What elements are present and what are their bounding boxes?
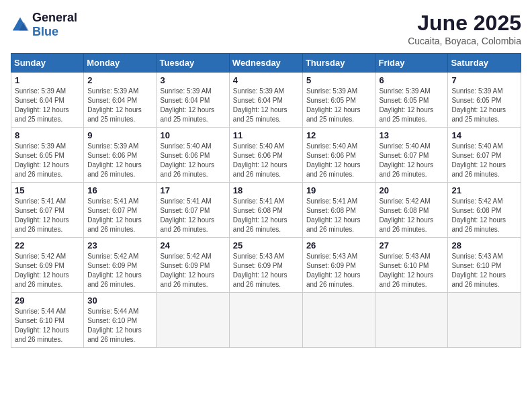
- day-cell-27: 27 Sunrise: 5:43 AMSunset: 6:10 PMDaylig…: [375, 238, 448, 293]
- day-info: Sunrise: 5:42 AMSunset: 6:09 PMDaylight:…: [87, 253, 142, 288]
- day-info: Sunrise: 5:44 AMSunset: 6:10 PMDaylight:…: [87, 308, 142, 343]
- day-cell-12: 12 Sunrise: 5:40 AMSunset: 6:06 PMDaylig…: [302, 128, 375, 183]
- day-number: 21: [451, 185, 517, 195]
- day-number: 14: [451, 130, 517, 140]
- day-number: 1: [15, 75, 80, 85]
- weekday-header-friday: Friday: [375, 54, 448, 73]
- day-info: Sunrise: 5:39 AMSunset: 6:06 PMDaylight:…: [87, 142, 142, 178]
- day-number: 26: [306, 240, 372, 250]
- day-info: Sunrise: 5:44 AMSunset: 6:10 PMDaylight:…: [15, 308, 69, 343]
- day-cell-29: 29 Sunrise: 5:44 AMSunset: 6:10 PMDaylig…: [11, 293, 84, 348]
- day-info: Sunrise: 5:43 AMSunset: 6:09 PMDaylight:…: [306, 253, 361, 288]
- day-info: Sunrise: 5:42 AMSunset: 6:08 PMDaylight:…: [451, 197, 506, 233]
- day-number: 7: [451, 75, 517, 85]
- week-row-2: 8 Sunrise: 5:39 AMSunset: 6:05 PMDayligh…: [11, 128, 521, 183]
- weekday-header-wednesday: Wednesday: [229, 54, 302, 73]
- day-number: 20: [379, 185, 444, 195]
- day-cell-3: 3 Sunrise: 5:39 AMSunset: 6:04 PMDayligh…: [157, 73, 229, 128]
- day-number: 18: [233, 185, 299, 195]
- day-info: Sunrise: 5:39 AMSunset: 6:05 PMDaylight:…: [379, 87, 433, 123]
- day-cell-22: 22 Sunrise: 5:42 AMSunset: 6:09 PMDaylig…: [11, 238, 84, 293]
- logo-blue: Blue: [32, 25, 58, 38]
- header: General Blue June 2025 Cucaita, Boyaca, …: [11, 11, 521, 46]
- day-info: Sunrise: 5:41 AMSunset: 6:08 PMDaylight:…: [306, 197, 361, 233]
- day-cell-7: 7 Sunrise: 5:39 AMSunset: 6:05 PMDayligh…: [448, 73, 521, 128]
- title-area: June 2025 Cucaita, Boyaca, Colombia: [408, 11, 521, 46]
- day-cell-18: 18 Sunrise: 5:41 AMSunset: 6:08 PMDaylig…: [229, 183, 302, 238]
- day-cell-28: 28 Sunrise: 5:43 AMSunset: 6:10 PMDaylig…: [448, 238, 521, 293]
- day-info: Sunrise: 5:39 AMSunset: 6:04 PMDaylight:…: [160, 87, 214, 123]
- day-cell-11: 11 Sunrise: 5:40 AMSunset: 6:06 PMDaylig…: [229, 128, 302, 183]
- empty-cell: [229, 293, 302, 348]
- day-number: 10: [160, 130, 225, 140]
- week-row-3: 15 Sunrise: 5:41 AMSunset: 6:07 PMDaylig…: [11, 183, 521, 238]
- day-info: Sunrise: 5:42 AMSunset: 6:09 PMDaylight:…: [15, 253, 69, 288]
- weekday-header-saturday: Saturday: [448, 54, 521, 73]
- calendar-table: SundayMondayTuesdayWednesdayThursdayFrid…: [11, 53, 521, 348]
- day-info: Sunrise: 5:39 AMSunset: 6:04 PMDaylight:…: [87, 87, 142, 123]
- day-cell-4: 4 Sunrise: 5:39 AMSunset: 6:04 PMDayligh…: [229, 73, 302, 128]
- day-info: Sunrise: 5:40 AMSunset: 6:06 PMDaylight:…: [233, 142, 287, 178]
- day-number: 28: [451, 240, 517, 250]
- week-row-1: 1 Sunrise: 5:39 AMSunset: 6:04 PMDayligh…: [11, 73, 521, 128]
- week-row-5: 29 Sunrise: 5:44 AMSunset: 6:10 PMDaylig…: [11, 293, 521, 348]
- day-number: 11: [233, 130, 299, 140]
- day-info: Sunrise: 5:43 AMSunset: 6:10 PMDaylight:…: [379, 253, 433, 288]
- day-cell-6: 6 Sunrise: 5:39 AMSunset: 6:05 PMDayligh…: [375, 73, 448, 128]
- month-title: June 2025: [408, 11, 521, 36]
- day-number: 22: [15, 240, 80, 250]
- day-number: 2: [87, 75, 152, 85]
- day-info: Sunrise: 5:41 AMSunset: 6:07 PMDaylight:…: [160, 197, 214, 233]
- day-info: Sunrise: 5:42 AMSunset: 6:08 PMDaylight:…: [379, 197, 433, 233]
- day-number: 8: [15, 130, 80, 140]
- day-number: 4: [233, 75, 299, 85]
- day-number: 30: [87, 295, 152, 306]
- day-cell-26: 26 Sunrise: 5:43 AMSunset: 6:09 PMDaylig…: [302, 238, 375, 293]
- day-info: Sunrise: 5:39 AMSunset: 6:04 PMDaylight:…: [15, 87, 69, 123]
- day-cell-1: 1 Sunrise: 5:39 AMSunset: 6:04 PMDayligh…: [11, 73, 84, 128]
- logo: General Blue: [11, 11, 77, 39]
- day-cell-23: 23 Sunrise: 5:42 AMSunset: 6:09 PMDaylig…: [84, 238, 157, 293]
- empty-cell: [375, 293, 448, 348]
- day-number: 19: [306, 185, 372, 195]
- weekday-header-row: SundayMondayTuesdayWednesdayThursdayFrid…: [11, 54, 521, 73]
- day-number: 23: [87, 240, 152, 250]
- location-title: Cucaita, Boyaca, Colombia: [408, 36, 521, 46]
- day-number: 5: [306, 75, 372, 85]
- day-cell-15: 15 Sunrise: 5:41 AMSunset: 6:07 PMDaylig…: [11, 183, 84, 238]
- empty-cell: [302, 293, 375, 348]
- day-cell-8: 8 Sunrise: 5:39 AMSunset: 6:05 PMDayligh…: [11, 128, 84, 183]
- day-info: Sunrise: 5:41 AMSunset: 6:08 PMDaylight:…: [233, 197, 287, 233]
- day-cell-30: 30 Sunrise: 5:44 AMSunset: 6:10 PMDaylig…: [84, 293, 157, 348]
- day-cell-19: 19 Sunrise: 5:41 AMSunset: 6:08 PMDaylig…: [302, 183, 375, 238]
- day-cell-10: 10 Sunrise: 5:40 AMSunset: 6:06 PMDaylig…: [157, 128, 229, 183]
- day-cell-14: 14 Sunrise: 5:40 AMSunset: 6:07 PMDaylig…: [448, 128, 521, 183]
- day-info: Sunrise: 5:41 AMSunset: 6:07 PMDaylight:…: [15, 197, 69, 233]
- day-info: Sunrise: 5:40 AMSunset: 6:06 PMDaylight:…: [306, 142, 361, 178]
- week-row-4: 22 Sunrise: 5:42 AMSunset: 6:09 PMDaylig…: [11, 238, 521, 293]
- day-cell-9: 9 Sunrise: 5:39 AMSunset: 6:06 PMDayligh…: [84, 128, 157, 183]
- day-info: Sunrise: 5:43 AMSunset: 6:09 PMDaylight:…: [233, 253, 287, 288]
- logo-icon: [11, 15, 30, 34]
- day-number: 13: [379, 130, 444, 140]
- day-info: Sunrise: 5:39 AMSunset: 6:05 PMDaylight:…: [306, 87, 361, 123]
- day-info: Sunrise: 5:39 AMSunset: 6:05 PMDaylight:…: [15, 142, 69, 178]
- day-number: 24: [160, 240, 225, 250]
- weekday-header-sunday: Sunday: [11, 54, 84, 73]
- day-number: 12: [306, 130, 372, 140]
- day-info: Sunrise: 5:43 AMSunset: 6:10 PMDaylight:…: [451, 253, 506, 288]
- day-number: 9: [87, 130, 152, 140]
- day-info: Sunrise: 5:39 AMSunset: 6:04 PMDaylight:…: [233, 87, 287, 123]
- day-number: 15: [15, 185, 80, 195]
- day-cell-2: 2 Sunrise: 5:39 AMSunset: 6:04 PMDayligh…: [84, 73, 157, 128]
- logo-general: General: [32, 11, 77, 24]
- weekday-header-tuesday: Tuesday: [157, 54, 229, 73]
- day-info: Sunrise: 5:40 AMSunset: 6:07 PMDaylight:…: [451, 142, 506, 178]
- day-info: Sunrise: 5:39 AMSunset: 6:05 PMDaylight:…: [451, 87, 506, 123]
- day-cell-13: 13 Sunrise: 5:40 AMSunset: 6:07 PMDaylig…: [375, 128, 448, 183]
- day-cell-17: 17 Sunrise: 5:41 AMSunset: 6:07 PMDaylig…: [157, 183, 229, 238]
- day-number: 3: [160, 75, 225, 85]
- empty-cell: [157, 293, 229, 348]
- day-number: 6: [379, 75, 444, 85]
- day-cell-5: 5 Sunrise: 5:39 AMSunset: 6:05 PMDayligh…: [302, 73, 375, 128]
